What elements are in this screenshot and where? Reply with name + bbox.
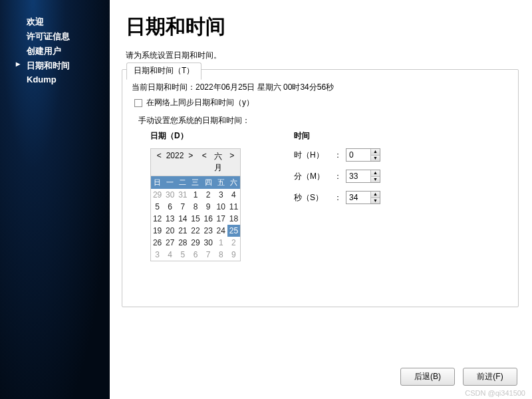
colon: ： xyxy=(334,171,340,182)
sidebar-item-label: 日期和时间 xyxy=(27,61,70,70)
calendar-day[interactable]: 7 xyxy=(176,201,189,213)
calendar-day[interactable]: 8 xyxy=(215,249,227,261)
year-prev-button[interactable]: < xyxy=(152,151,166,174)
datetime-panel: 日期和时间（T） 当前日期和时间：2022年06月25日 星期六 00时34分5… xyxy=(122,69,519,307)
time-heading: 时间 xyxy=(294,130,380,142)
second-spinner[interactable]: 34 ▲▼ xyxy=(346,191,380,204)
calendar-day[interactable]: 6 xyxy=(164,201,176,213)
colon: ： xyxy=(334,192,340,203)
sync-network-checkbox[interactable]: 在网络上同步日期和时间（y） xyxy=(134,97,509,108)
calendar-day[interactable]: 8 xyxy=(189,201,201,213)
sidebar: 欢迎 许可证信息 创建用户 日期和时间 Kdump xyxy=(0,0,110,399)
calendar-day[interactable]: 10 xyxy=(215,201,227,213)
month-next-button[interactable]: > xyxy=(225,151,239,174)
calendar-day[interactable]: 1 xyxy=(189,189,201,201)
calendar-day[interactable]: 11 xyxy=(227,201,240,213)
calendar-day[interactable]: 5 xyxy=(176,249,189,261)
calendar-day[interactable]: 27 xyxy=(164,237,176,249)
calendar-grid: 日一二三四五六293031123456789101112131415161718… xyxy=(151,176,240,261)
calendar-nav: < 2022 > < 六月 > xyxy=(151,149,240,176)
calendar-day[interactable]: 3 xyxy=(151,249,164,261)
calendar-day[interactable]: 30 xyxy=(202,237,215,249)
calendar-day[interactable]: 26 xyxy=(151,237,164,249)
colon: ： xyxy=(334,150,340,161)
sidebar-item-license[interactable]: 许可证信息 xyxy=(0,29,110,44)
calendar-day[interactable]: 13 xyxy=(164,213,176,225)
hour-down-button[interactable]: ▼ xyxy=(371,156,380,162)
calendar-day[interactable]: 25 xyxy=(227,225,240,237)
sidebar-item-label: Kdump xyxy=(27,74,57,84)
calendar-day[interactable]: 17 xyxy=(215,213,227,225)
calendar-weekday: 一 xyxy=(164,176,176,189)
calendar-day[interactable]: 4 xyxy=(227,189,240,201)
back-button[interactable]: 后退(B) xyxy=(400,368,455,386)
watermark: CSDN @qi341500 xyxy=(465,389,525,397)
calendar[interactable]: < 2022 > < 六月 > 日一二三四五六29303112345678910… xyxy=(150,148,241,261)
calendar-day[interactable]: 2 xyxy=(227,237,240,249)
calendar-day[interactable]: 12 xyxy=(151,213,164,225)
sidebar-item-label: 创建用户 xyxy=(27,46,61,56)
calendar-day[interactable]: 24 xyxy=(215,225,227,237)
checkbox-icon xyxy=(134,99,142,107)
year-next-button[interactable]: > xyxy=(184,151,198,174)
calendar-day[interactable]: 6 xyxy=(189,249,201,261)
calendar-day[interactable]: 4 xyxy=(164,249,176,261)
calendar-day[interactable]: 18 xyxy=(227,213,240,225)
hour-label: 时（H） xyxy=(294,150,329,161)
hour-spinner[interactable]: 0 ▲▼ xyxy=(346,148,380,162)
sidebar-item-label: 欢迎 xyxy=(27,17,44,27)
tab-datetime[interactable]: 日期和时间（T） xyxy=(126,63,201,80)
manual-set-label: 手动设置您系统的日期和时间： xyxy=(138,115,509,126)
hour-up-button[interactable]: ▲ xyxy=(371,149,380,156)
sidebar-item-create-user[interactable]: 创建用户 xyxy=(0,44,110,59)
calendar-day[interactable]: 30 xyxy=(164,189,176,201)
calendar-day[interactable]: 16 xyxy=(202,213,215,225)
page-title: 日期和时间 xyxy=(110,0,532,45)
calendar-weekday: 三 xyxy=(189,176,201,189)
minute-label: 分（M） xyxy=(294,171,329,182)
main-content: 日期和时间 请为系统设置日期和时间。 日期和时间（T） 当前日期和时间：2022… xyxy=(110,0,532,399)
calendar-day[interactable]: 7 xyxy=(202,249,215,261)
minute-down-button[interactable]: ▼ xyxy=(371,177,380,183)
calendar-day[interactable]: 3 xyxy=(215,189,227,201)
second-up-button[interactable]: ▲ xyxy=(371,192,380,198)
forward-button[interactable]: 前进(F) xyxy=(463,368,517,386)
calendar-day[interactable]: 29 xyxy=(189,237,201,249)
calendar-day[interactable]: 22 xyxy=(189,225,201,237)
second-value[interactable]: 34 xyxy=(346,192,370,203)
calendar-day[interactable]: 23 xyxy=(202,225,215,237)
calendar-day[interactable]: 9 xyxy=(202,201,215,213)
calendar-day[interactable]: 19 xyxy=(151,225,164,237)
calendar-weekday: 四 xyxy=(202,176,215,189)
minute-value[interactable]: 33 xyxy=(346,170,370,182)
month-prev-button[interactable]: < xyxy=(198,151,211,174)
calendar-day[interactable]: 1 xyxy=(215,237,227,249)
calendar-day[interactable]: 2 xyxy=(202,189,215,201)
sync-checkbox-label: 在网络上同步日期和时间（y） xyxy=(146,97,254,108)
calendar-weekday: 六 xyxy=(227,176,240,189)
calendar-day[interactable]: 9 xyxy=(227,249,240,261)
hour-value[interactable]: 0 xyxy=(346,149,370,161)
sidebar-item-kdump[interactable]: Kdump xyxy=(0,73,110,86)
sidebar-item-datetime[interactable]: 日期和时间 xyxy=(0,59,110,73)
calendar-year: 2022 xyxy=(166,151,184,174)
sidebar-item-label: 许可证信息 xyxy=(27,31,70,41)
calendar-day[interactable]: 21 xyxy=(176,225,189,237)
calendar-day[interactable]: 28 xyxy=(176,237,189,249)
calendar-day[interactable]: 5 xyxy=(151,201,164,213)
footer-buttons: 后退(B) 前进(F) xyxy=(400,368,517,386)
calendar-weekday: 五 xyxy=(215,176,227,189)
minute-up-button[interactable]: ▲ xyxy=(371,170,380,177)
calendar-weekday: 二 xyxy=(176,176,189,189)
calendar-day[interactable]: 14 xyxy=(176,213,189,225)
calendar-day[interactable]: 29 xyxy=(151,189,164,201)
second-label: 秒（S） xyxy=(294,192,329,203)
minute-spinner[interactable]: 33 ▲▼ xyxy=(346,170,380,183)
second-down-button[interactable]: ▼ xyxy=(371,198,380,204)
time-column: 时间 时（H） ： 0 ▲▼ 分（M） ： 33 xyxy=(294,130,380,261)
calendar-day[interactable]: 31 xyxy=(176,189,189,201)
calendar-weekday: 日 xyxy=(151,176,164,189)
calendar-day[interactable]: 15 xyxy=(189,213,201,225)
sidebar-item-welcome[interactable]: 欢迎 xyxy=(0,15,110,29)
calendar-day[interactable]: 20 xyxy=(164,225,176,237)
